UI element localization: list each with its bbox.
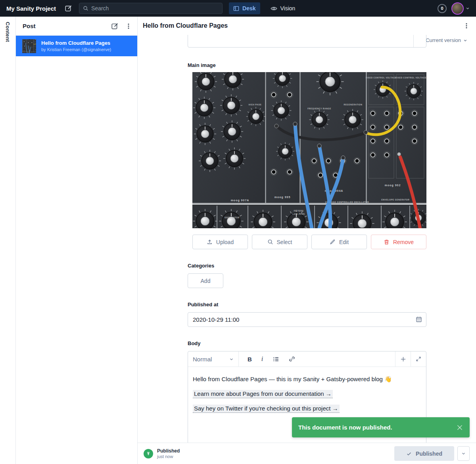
document-header: Hello from Cloudflare Pages	[138, 17, 476, 35]
bold-button[interactable]: B	[248, 356, 252, 363]
style-select-value: Normal	[193, 356, 212, 363]
document-form: Current version Main image	[138, 35, 476, 443]
compose-icon[interactable]	[65, 5, 72, 12]
editor-toolbar: Normal B i	[188, 351, 426, 367]
upload-icon	[207, 239, 213, 245]
italic-button[interactable]: i	[261, 355, 263, 363]
slug-input[interactable]	[188, 35, 426, 48]
document-footer: Published just now Published	[138, 443, 476, 464]
slug-field-partial	[188, 35, 426, 48]
remove-button[interactable]: Remove	[371, 235, 426, 249]
document-pane: Hello from Cloudflare Pages Current vers…	[138, 17, 476, 464]
search-input[interactable]	[79, 3, 223, 14]
document-title: Hello from Cloudflare Pages	[143, 22, 463, 29]
select-button[interactable]: Select	[252, 235, 307, 249]
published-at-field	[188, 312, 426, 327]
list-pane-header: Post	[16, 17, 137, 36]
tab-vision[interactable]: Vision	[271, 5, 296, 12]
project-title: My Sanity Project	[6, 5, 56, 12]
search-icon	[83, 6, 88, 11]
published-at-input[interactable]	[188, 312, 426, 327]
synthesizer-photo	[192, 72, 426, 228]
pencil-icon	[330, 239, 336, 245]
eye-icon	[271, 5, 277, 12]
edit-button[interactable]: Edit	[311, 235, 367, 249]
list-item-thumbnail	[22, 39, 36, 53]
categories-label: Categories	[188, 263, 426, 269]
chevron-down-icon	[229, 357, 234, 361]
content-rail-label: Content	[5, 22, 11, 464]
list-pane-title: Post	[23, 23, 111, 29]
link-icon[interactable]	[289, 356, 295, 362]
list-item-post[interactable]: Hello from Cloudflare Pages by Kristian …	[16, 36, 137, 56]
body-link-twitter[interactable]: Say hey on Twitter if you're checking ou…	[193, 405, 340, 413]
expand-icon	[416, 356, 421, 362]
content-rail[interactable]: Content	[0, 17, 16, 464]
notification-badge[interactable]: 0	[438, 4, 447, 13]
new-document-icon[interactable]	[111, 23, 118, 30]
check-icon	[406, 451, 412, 456]
desk-panels-icon	[233, 6, 239, 11]
insert-block-button[interactable]	[395, 351, 411, 367]
style-select[interactable]: Normal	[188, 351, 239, 367]
top-navbar: My Sanity Project Desk Vision 0	[0, 0, 476, 17]
body-paragraph: Hello from Cloudflare Pages — this is my…	[193, 375, 421, 383]
add-category-button[interactable]: Add	[188, 273, 223, 288]
publish-menu-button[interactable]	[457, 446, 470, 461]
chevron-down-icon	[461, 451, 466, 456]
version-selector[interactable]: Current version	[426, 37, 467, 43]
upload-button[interactable]: Upload	[192, 235, 248, 249]
toast-message: This document is now published.	[298, 424, 392, 431]
body-label: Body	[188, 340, 426, 347]
list-item-title: Hello from Cloudflare Pages	[41, 40, 111, 47]
search-icon	[267, 239, 273, 245]
body-link-documentation[interactable]: Learn more about Pages from our document…	[193, 390, 333, 398]
main-image-label: Main image	[188, 62, 426, 69]
close-icon[interactable]	[456, 424, 463, 431]
tab-vision-label: Vision	[280, 5, 296, 11]
published-at-label: Published at	[188, 302, 426, 308]
plus-icon	[400, 356, 406, 362]
list-menu-kebab-icon[interactable]	[125, 23, 132, 29]
bullet-list-icon[interactable]	[273, 356, 279, 363]
trash-icon	[384, 239, 390, 245]
fullscreen-button[interactable]	[411, 351, 426, 367]
footer-status: Published	[157, 448, 180, 454]
tab-desk-label: Desk	[242, 5, 255, 11]
publish-status-icon	[144, 449, 153, 458]
avatar[interactable]	[451, 2, 464, 15]
main-image-preview	[192, 72, 426, 228]
document-menu-kebab-icon[interactable]	[463, 23, 470, 29]
version-label: Current version	[426, 37, 461, 43]
calendar-icon[interactable]	[416, 316, 422, 323]
footer-time: just now	[157, 454, 180, 459]
publish-button[interactable]: Published	[394, 446, 454, 461]
chevron-down-icon[interactable]	[466, 6, 470, 10]
tab-desk[interactable]: Desk	[229, 2, 260, 14]
list-item-subtitle: by Kristian Freeman (@signalnerve)	[41, 47, 111, 52]
published-toast: This document is now published.	[292, 417, 470, 437]
chevron-down-icon	[463, 38, 467, 42]
search-field[interactable]	[91, 5, 219, 11]
document-list-pane: Post Hello from Cloudflare Pages by Kris…	[16, 17, 138, 464]
